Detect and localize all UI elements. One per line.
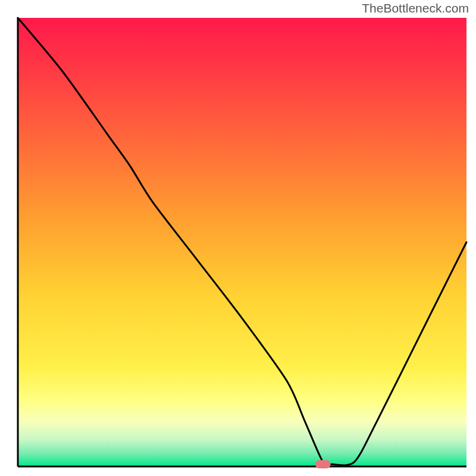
optimal-marker <box>315 460 331 468</box>
chart-container: TheBottleneck.com <box>0 0 476 476</box>
watermark-text: TheBottleneck.com <box>362 1 469 15</box>
gradient-background <box>18 18 466 466</box>
chart-svg <box>0 0 476 476</box>
